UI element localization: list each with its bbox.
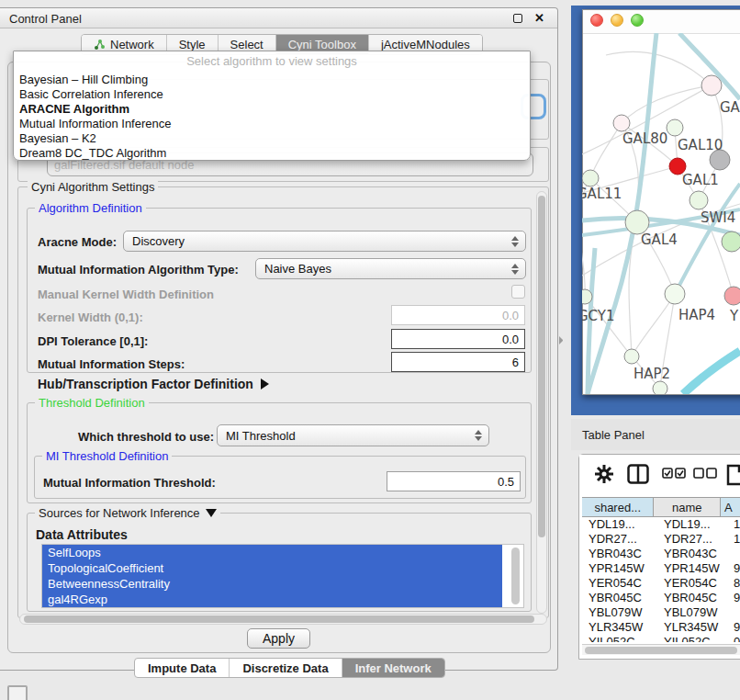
close-traffic-light[interactable] [590,14,603,27]
table-horizontal-scrollbar-thumb[interactable] [585,647,737,654]
network-icon [94,39,106,51]
aracne-mode-combo[interactable]: Discovery [123,231,526,252]
node-gal80[interactable] [613,115,630,131]
dpi-tolerance-field[interactable] [391,329,525,349]
table-row[interactable]: YBL079WYBL079W [582,605,740,620]
bottom-tabbar: Impute Data Discretize Data Infer Networ… [134,658,445,678]
tab-impute-data[interactable]: Impute Data [135,659,230,677]
node-label: HAP2 [633,366,670,382]
list-item-betweennesscentrality[interactable]: BetweennessCentrality [42,576,502,592]
zoom-traffic-light[interactable] [631,14,644,27]
node-hap2[interactable] [624,349,639,364]
docked-panel-icon[interactable] [7,685,28,700]
which-threshold-combo[interactable]: MI Threshold [217,424,489,446]
dropdown-item-mutual-information[interactable]: Mutual Information Inference [18,117,527,131]
table-row[interactable]: YPR145WYPR145W9. [582,561,740,576]
node-gal10[interactable] [667,119,683,136]
list-scrollbar-thumb[interactable] [511,548,520,604]
table-row[interactable]: YBR043CYBR043C [582,547,740,561]
table-panel-title: Table Panel [582,428,645,442]
node-hap4[interactable] [665,284,685,304]
list-item-topologicalcoefficient[interactable]: TopologicalCoefficient [42,560,502,576]
dropdown-item-aracne[interactable]: ARACNE Algorithm [18,102,527,117]
combo-arrows-icon [475,430,482,441]
which-threshold-value: MI Threshold [226,429,296,443]
node-gal-top[interactable] [701,75,722,96]
aracne-mode-value: Discovery [132,234,185,248]
mi-algorithm-type-value: Naive Bayes [264,262,331,276]
hub-definition-label: Hub/Transcription Factor Definition [38,377,253,391]
mi-threshold-field[interactable] [387,471,521,491]
kernel-width-label: Kernel Width (0,1): [38,310,143,324]
table-row[interactable]: YDR27...YDR27...12 [582,532,740,547]
new-table-icon[interactable] [726,464,740,486]
network-canvas[interactable]: GAL GAL80 GAL10 GAL1 GAL11 SWI4 GAL4 GCY… [582,33,740,394]
list-item-selfloops[interactable]: SelfLoops [42,545,502,560]
table-row[interactable]: YER054CYER054C8. [582,576,740,591]
node-label: Y [729,308,739,324]
aracne-mode-label: Aracne Mode: [38,235,117,249]
table-row[interactable]: YIL052CYIL052C0 [582,635,740,642]
table-row[interactable]: YBR045CYBR045C9. [582,591,740,605]
node-label: GAL10 [678,137,723,153]
mi-steps-field[interactable] [391,352,525,372]
table-toolbar [579,455,740,495]
threshold-definition-title: Threshold Definition [35,396,149,410]
dropdown-item-dream8[interactable]: Dream8 DC_TDC Algorithm [18,146,527,161]
node-green-right[interactable] [722,231,740,252]
settings-vertical-scrollbar[interactable] [536,191,547,614]
control-panel-title: Control Panel [9,12,82,26]
tab-discretize-data-label: Discretize Data [242,661,328,675]
hub-definition-toggle[interactable]: Hub/Transcription Factor Definition [38,377,269,391]
dpi-tolerance-label: DPI Tolerance [0,1]: [38,334,148,348]
table-row[interactable]: YLR345WYLR345W9. [582,620,740,635]
panel-divider-handle[interactable] [559,336,566,344]
dropdown-item-bayesian-k2[interactable]: Bayesian – K2 [18,131,527,146]
float-window-icon[interactable] [513,14,522,23]
mi-algorithm-type-combo[interactable]: Naive Bayes [255,258,526,279]
node-label: GAL11 [582,186,622,202]
table-horizontal-scrollbar[interactable] [582,644,740,655]
control-panel-titlebar: Control Panel ✕ [0,8,557,28]
dropdown-item-basic-correlation[interactable]: Basic Correlation Inference [18,87,527,102]
settings-vertical-scrollbar-thumb[interactable] [538,196,545,537]
algorithm-definition-title: Algorithm Definition [35,201,146,215]
tab-discretize-data[interactable]: Discretize Data [230,659,342,677]
column-layout-icon[interactable] [627,464,649,484]
settings-horizontal-scrollbar[interactable] [19,614,547,625]
node-label: HAP4 [678,307,715,323]
network-window-titlebar [583,10,740,34]
manual-kernel-width-checkbox[interactable] [511,285,525,299]
minimize-traffic-light[interactable] [611,14,623,27]
close-icon[interactable]: ✕ [534,11,544,25]
mi-algorithm-type-label: Mutual Information Algorithm Type: [38,263,239,277]
table-panel-header: Table Panel [571,419,740,450]
node-gcy1[interactable] [582,289,592,304]
select-all-checkboxes-icon[interactable] [662,468,686,480]
table-row[interactable]: YDL19...YDL19...13 [582,517,740,532]
node-swi4[interactable] [690,191,708,209]
list-item-gal4rgexp[interactable]: gal4RGexp [42,592,502,607]
node-gal11[interactable] [582,170,599,186]
apply-button[interactable]: Apply [247,628,310,649]
gear-icon[interactable] [594,464,614,484]
kernel-width-field[interactable] [391,305,525,325]
node-label: GAL [720,99,740,116]
column-header-shared-name[interactable]: shared... [582,498,654,516]
tab-cyni-toolbox-label: Cyni Toolbox [288,38,356,51]
node-label: GAL4 [641,231,678,248]
dropdown-item-bayesian-hill-climbing[interactable]: Bayesian – Hill Climbing [18,73,527,87]
deselect-checkboxes-icon[interactable] [693,468,717,480]
column-header-name[interactable]: name [654,498,721,516]
node-y[interactable] [724,287,740,305]
sources-title-label: Sources for Network Inference [39,506,200,520]
table-panel-window: shared... name A YDL19...YDL19...13 YDR2… [578,454,740,660]
column-header-partial[interactable]: A [721,498,740,516]
node-label: GCY1 [582,308,615,324]
settings-horizontal-scrollbar-thumb[interactable] [24,615,534,623]
sources-title[interactable]: Sources for Network Inference [35,506,220,520]
tab-infer-network[interactable]: Infer Network [342,659,444,677]
expand-right-icon [261,378,269,390]
node-bottom[interactable] [653,381,667,394]
tab-jactivemnodules-label: jActiveMNodules [381,38,470,51]
